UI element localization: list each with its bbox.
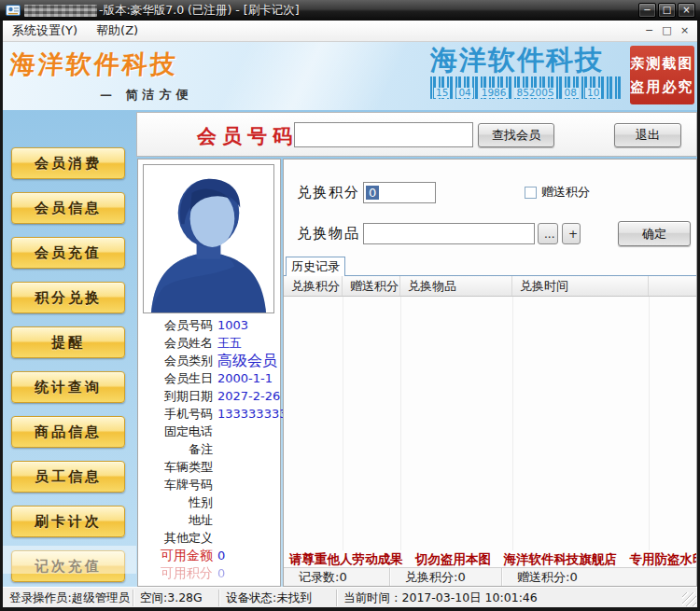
window-controls: − □ × <box>638 3 695 18</box>
find-member-button[interactable]: 查找会员 <box>478 123 554 147</box>
history-table-header: 兑换积分 赠送积分 兑换物品 兑换时间 <box>284 275 696 297</box>
close-button[interactable]: × <box>678 3 695 18</box>
summary-stats-bar: 记录数:0 兑换积分:0 赠送积分:0 <box>284 567 696 586</box>
barcode-number: 1986 <box>480 88 509 98</box>
gift-points-label: 赠送积分 <box>541 184 590 201</box>
history-table-body[interactable] <box>284 297 696 550</box>
exchange-points-value: 0 <box>366 186 379 200</box>
column-header-exchange-item[interactable]: 兑换物品 <box>400 276 512 296</box>
barcode-number: 15 <box>434 88 450 98</box>
sidebar-button-count-recharge[interactable]: 记次充值 <box>11 550 125 582</box>
sidebar-button-points-exchange[interactable]: 积分兑换 <box>11 282 125 313</box>
sidebar-button-member-consume[interactable]: 会员消费 <box>11 147 125 179</box>
app-window: -版本:豪华版7.0 (已注册) - [刷卡记次] − □ × 系统设置(Y) … <box>0 0 700 611</box>
client-area: 海洋软件科技 — 简洁方便 海洋软件科技 15 04 1986 852005 0… <box>3 42 697 587</box>
status-operator: 登录操作员:超级管理员 <box>3 590 133 606</box>
barcode: 15 04 1986 852005 08 10 <box>430 76 623 99</box>
statusbar: 登录操作员:超级管理员 空间:3.28G 设备状态:未找到 当前时间：2017-… <box>3 587 697 607</box>
status-space: 空间:3.28G <box>133 590 218 606</box>
brand-block: 海洋软件科技 15 04 1986 852005 08 10 <box>430 45 623 99</box>
column-line <box>649 297 650 550</box>
maximize-button[interactable]: □ <box>658 3 676 18</box>
menu-help[interactable]: 帮助(Z) <box>87 21 147 41</box>
resize-grip[interactable] <box>682 592 696 606</box>
field-row: 会员类别高级会员 <box>140 352 278 369</box>
sidebar-button-product-info[interactable]: 商品信息 <box>11 416 125 448</box>
status-device: 设备状态:未找到 <box>218 590 336 606</box>
status-time: 当前时间：2017-03-10日 10:01:46 <box>336 590 551 606</box>
company-logo: 海洋软件科技 — 简洁方便 <box>10 48 193 104</box>
field-row-available-points: 可用积分0 <box>140 564 278 582</box>
menu-system-settings[interactable]: 系统设置(Y) <box>3 21 87 41</box>
stat-exchange-points: 兑换积分:0 <box>389 568 501 586</box>
mdi-restore-button[interactable]: □ <box>660 24 674 37</box>
field-row: 会员姓名王五 <box>140 334 278 352</box>
sidebar-button-employee-info[interactable]: 员工信息 <box>11 461 125 493</box>
field-row: 手机号码13333333333 <box>140 405 278 423</box>
confirm-button[interactable]: 确定 <box>618 221 691 246</box>
sidebar-button-member-recharge[interactable]: 会员充值 <box>11 237 125 269</box>
titlebar: -版本:豪华版7.0 (已注册) - [刷卡记次] − □ × <box>0 0 700 21</box>
column-line <box>343 297 343 550</box>
avatar <box>143 164 274 313</box>
anti-theft-watermark-text: 请尊重他人劳动成果 切勿盗用本图 海洋软件科技旗舰店 专用防盗水印 <box>284 550 696 567</box>
field-row: 备注 <box>140 440 278 458</box>
exchange-item-input[interactable] <box>363 223 535 244</box>
mdi-window-controls: − □ × <box>642 24 692 37</box>
member-fields: 会员号码1003 会员姓名王五 会员类别高级会员 会员生日2000-1-1 到期… <box>140 316 278 582</box>
stamp-line-2: 盗用必究 <box>630 76 694 99</box>
sidebar-button-member-info[interactable]: 会员信息 <box>11 192 125 224</box>
window-title: -版本:豪华版7.0 (已注册) - [刷卡记次] <box>99 3 300 19</box>
tab-history[interactable]: 历史记录 <box>286 257 345 276</box>
field-row: 地址 <box>140 511 278 529</box>
add-item-button[interactable]: + <box>562 223 581 244</box>
app-icon <box>6 3 21 18</box>
column-header-empty <box>649 276 696 296</box>
field-row: 会员号码1003 <box>140 316 278 334</box>
anti-piracy-stamp: 亲测截图 盗用必究 <box>630 46 694 104</box>
sidebar-button-card-swipe-count[interactable]: 刷卡计次 <box>11 506 125 537</box>
column-line <box>400 297 401 550</box>
barcode-number: 04 <box>456 88 472 98</box>
minimize-button[interactable]: − <box>638 3 656 18</box>
member-number-label: 会员号码 <box>197 123 298 149</box>
barcode-numbers: 15 04 1986 852005 08 10 <box>434 88 601 98</box>
member-search-panel: 会员号码 查找会员 退出 <box>136 112 697 157</box>
logo-title: 海洋软件科技 <box>9 48 194 81</box>
field-row: 会员生日2000-1-1 <box>140 369 278 387</box>
sidebar-button-statistics-query[interactable]: 统计查询 <box>11 371 125 403</box>
points-exchange-panel: 兑换积分 0 赠送积分 兑换物品 ... + 确定 历史记录 兑换积分 赠送积分… <box>283 159 697 587</box>
field-row: 性别 <box>140 493 278 511</box>
column-header-exchange-points[interactable]: 兑换积分 <box>284 276 343 296</box>
gift-points-checkbox[interactable] <box>525 187 537 199</box>
barcode-number: 08 <box>563 88 579 98</box>
mdi-minimize-button[interactable]: − <box>642 24 656 37</box>
field-row: 其他定义 <box>140 529 278 547</box>
field-row-available-balance: 可用金额0 <box>140 547 278 564</box>
censored-app-name <box>24 5 97 17</box>
exchange-item-label: 兑换物品 <box>297 225 360 243</box>
barcode-number: 10 <box>585 88 601 98</box>
field-row: 车牌号码 <box>140 476 278 493</box>
member-number-input[interactable] <box>294 122 473 147</box>
exchange-points-label: 兑换积分 <box>297 184 360 201</box>
barcode-number: 852005 <box>514 88 555 98</box>
field-row: 车辆类型 <box>140 458 278 476</box>
exchange-points-input[interactable]: 0 <box>363 182 436 203</box>
sidebar-button-reminder[interactable]: 提醒 <box>11 326 125 358</box>
member-info-panel: 会员号码1003 会员姓名王五 会员类别高级会员 会员生日2000-1-1 到期… <box>137 159 281 587</box>
column-header-gift-points[interactable]: 赠送积分 <box>343 276 400 296</box>
field-row: 到期日期2027-2-26 <box>140 387 278 405</box>
column-header-exchange-time[interactable]: 兑换时间 <box>512 276 649 296</box>
field-row: 固定电话 <box>140 423 278 440</box>
stat-gift-points: 赠送积分:0 <box>501 568 696 586</box>
stat-record-count: 记录数:0 <box>284 568 389 586</box>
brand-title: 海洋软件科技 <box>430 45 623 76</box>
logo-subtitle: — 简洁方便 <box>100 87 193 104</box>
exit-button[interactable]: 退出 <box>614 123 681 147</box>
mdi-close-button[interactable]: × <box>678 24 692 37</box>
column-line <box>512 297 513 550</box>
stamp-line-1: 亲测截图 <box>630 52 694 76</box>
menubar: 系统设置(Y) 帮助(Z) − □ × <box>3 21 697 42</box>
browse-items-button[interactable]: ... <box>538 223 558 244</box>
